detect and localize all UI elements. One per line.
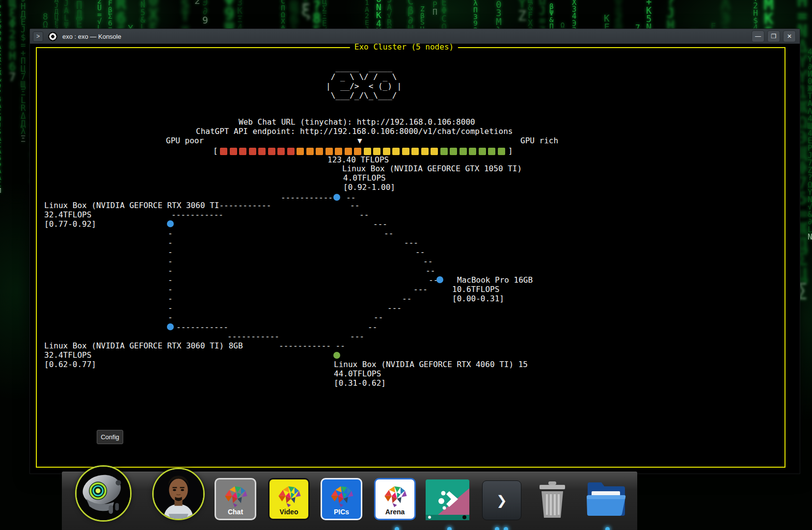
terminal-info-line: ChatGPT API endpoint: http://192.168.0.1… [196,127,513,136]
tui-yellow-frame [36,47,785,468]
meter-square [402,148,409,155]
plasma-media-icon[interactable] [426,479,469,520]
topology-text: -- [368,322,377,332]
dock-tile-label-video: Video [280,508,298,516]
matrix-column: 2 % A 8 3 E √ ξ [301,0,311,18]
matrix-column: ? J √ R ? ? Д Λ Ξ ∑ ∂ % β % Э λ Z Ж C P … [433,0,437,16]
dock-tile-chat[interactable]: Chat [215,478,256,520]
topology-text: 32.4TFLOPS [44,350,91,360]
topology-text: Linux Box (NVIDIA GEFORCE RTX 3060 TI---… [44,201,271,210]
matrix-column: ∂ 4 $ # ∂ Д ∑ J 2 [194,0,200,5]
meter-square [230,148,237,155]
topology-text: -- [374,313,383,322]
topology-text: Linux Box (NVIDIA GEFORCE RTX 4060 TI) 1… [334,360,528,369]
terminal-content: Exo Cluster (5 nodes) _____ _____ / _ \ … [30,44,800,474]
terminal-body[interactable]: Exo Cluster (5 nodes) _____ _____ / _ \ … [30,44,800,474]
running-indicator-dot [605,527,610,530]
trash-icon[interactable] [536,480,569,519]
topology-text: Linux Box (NVIDIA GEFORCE RTX 3060 TI) 8… [44,341,243,350]
topology-text: - [168,285,173,294]
topology-text: --- [373,219,387,229]
matrix-head-glyph: Ξ [21,134,26,144]
meter-square [335,148,342,155]
konsole-dock-icon[interactable]: ❯ [482,480,521,520]
topology-text: MacBook Pro 16GB [457,275,533,285]
node-dot-rtx-3060-ti [167,220,174,227]
matrix-head-glyph: N [808,232,812,241]
dock-tile-label-arena: Arena [385,508,405,516]
node-dot-rtx-3060-ti-8gb [167,323,174,330]
meter-square [345,148,352,155]
topology-text: ----------- [176,322,228,332]
topology-text: --- [404,238,418,247]
topology-text: [0.31-0.62] [334,378,386,388]
meter-square [469,148,476,155]
meter-square [297,148,304,155]
meter-square [479,148,486,155]
topology-text: 10.6TFLOPS [452,285,499,294]
meter-square [373,148,380,155]
topology-text: - [168,229,173,238]
meter-square [277,148,285,155]
matrix-column: + & 2 9 H Д E J $ = + Π Ц 7 Щ Ξ L R Δ Д … [21,0,26,143]
gpu-meter-squares [220,148,507,155]
meter-square [239,148,246,155]
dock-tile-video[interactable]: Video [268,478,310,520]
topology-text: -- [350,201,359,210]
meter-square [316,148,323,155]
topology-text: -- [402,294,411,303]
topology-text: [0.62-0.77] [44,360,96,369]
man-avatar[interactable] [152,468,205,520]
config-button[interactable]: Config [97,430,123,444]
topology-text: - [168,266,173,275]
robot-avatar[interactable] [75,465,132,522]
matrix-head-glyph: Π [433,7,437,17]
node-dot-rtx-4060-ti [333,352,340,359]
topology-text: Linux Box (NVIDIA GEFORCE GTX 1050 TI) [342,164,522,173]
meter-square [364,148,371,155]
maximize-button[interactable]: ❐ [767,30,780,42]
matrix-column: L & K & U X Щ ξ Φ 2 8 H 6 7 [9,0,16,83]
topology-text: - [168,275,173,285]
dock-tile-pics[interactable]: PICs [321,478,362,520]
topology-text: - [168,247,173,257]
matrix-column: √ K E T Э ∂ 9 [202,0,208,25]
tab-chevron-icon[interactable]: > [33,31,43,42]
meter-square [498,148,505,155]
topology-text: ----------- [281,193,333,202]
topology-text: -- [415,247,425,257]
minimize-button[interactable]: — [752,30,764,42]
dock-tile-label-pics: PICs [334,508,349,516]
folder-icon[interactable] [585,478,627,518]
topology-text: [0.77-0.92] [44,219,96,229]
close-button[interactable]: ✕ [783,30,796,42]
gpu-rich-label: GPU rich [520,136,558,145]
running-indicator-dot [447,527,452,530]
terminal-info-line: Web Chat URL (tinychat): http://192.168.… [239,117,475,127]
dock-tile-arena[interactable]: Arena [374,478,416,520]
meter-square [287,148,295,155]
topology-text: 32.4TFLOPS [44,210,91,219]
meter-square [268,148,275,155]
dock-panel: ChatVideoPICsArena❯ [62,472,637,530]
topology-text: -- [423,257,433,266]
matrix-head-glyph: И [0,186,1,194]
matrix-column: Ξ T P $ % # # Ψ A X R C Ж & ∂ ? 4 A C U … [0,0,1,194]
meter-square [220,148,227,155]
exo-ascii-logo: _____ _____ / _ \ \/ / _ \ | __/> < (_) … [326,63,402,100]
matrix-head-glyph: ξ [301,1,311,20]
meter-square [421,148,429,155]
meter-square [411,148,419,155]
matrix-column: S 8 S E N H 2 Y Z [518,0,526,22]
meter-square [450,148,457,155]
window-titlebar[interactable]: > exo : exo — Konsole — ❐ ✕ [30,29,800,44]
meter-bracket-left: [ [213,146,218,156]
gpu-poor-label: GPU poor [166,136,204,145]
topology-text: - [168,257,173,266]
matrix-head-glyph: Z [518,7,526,24]
gpu-meter-marker: ▼ [357,136,362,145]
topology-text: -- [359,210,369,219]
window-title: exo : exo — Konsole [62,33,121,40]
topology-text: --- [413,285,428,294]
meter-square [325,148,333,155]
